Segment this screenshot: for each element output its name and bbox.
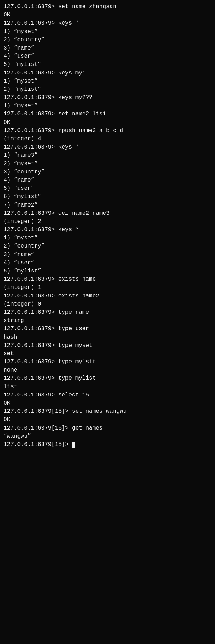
prompt-line: 127.0.0.1:6379> keys * (4, 19, 211, 27)
output-line: (integer) 0 (4, 300, 211, 308)
output-line: 1) “myset” (4, 77, 211, 85)
output-line: set (4, 350, 211, 358)
prompt-line: 127.0.0.1:6379> type name (4, 308, 211, 317)
output-line: 4) “user” (4, 259, 211, 267)
output-line: 5) “mylist” (4, 61, 211, 69)
output-line: none (4, 366, 211, 374)
prompt-text: 127.0.0.1:6379[15]> (4, 441, 72, 448)
output-line: 1) “myset” (4, 28, 211, 36)
prompt-line: 127.0.0.1:6379[15]> set names wangwu (4, 407, 211, 416)
output-line: list (4, 383, 211, 391)
prompt-line: 127.0.0.1:6379> type mylsit (4, 358, 211, 366)
prompt-line: 127.0.0.1:6379> type mylist (4, 374, 211, 383)
output-line: 5) “mylist” (4, 267, 211, 275)
prompt-line: 127.0.0.1:6379> exists name (4, 275, 211, 284)
output-line: hash (4, 333, 211, 342)
output-line: OK (4, 416, 211, 424)
cursor (72, 442, 75, 448)
prompt-line: 127.0.0.1:6379> keys my??? (4, 94, 211, 102)
prompt-line: 127.0.0.1:6379> keys * (4, 226, 211, 234)
prompt-line: 127.0.0.1:6379> type user (4, 325, 211, 333)
prompt-line: 127.0.0.1:6379> keys * (4, 143, 211, 151)
terminal-window: 127.0.0.1:6379> set name zhangsanOK127.0… (4, 3, 211, 449)
output-line: 1) “myset” (4, 234, 211, 242)
output-line: 3) “name” (4, 44, 211, 52)
prompt-line: 127.0.0.1:6379> select 15 (4, 391, 211, 399)
prompt-line: 127.0.0.1:6379> exists name2 (4, 292, 211, 300)
output-line: string (4, 317, 211, 325)
output-line: OK (4, 119, 211, 127)
current-prompt-line: 127.0.0.1:6379[15]> (4, 441, 211, 449)
output-line: 3) “country” (4, 168, 211, 176)
output-line: 5) “user” (4, 185, 211, 193)
prompt-line: 127.0.0.1:6379> set name2 lisi (4, 110, 211, 118)
prompt-line: 127.0.0.1:6379> rpush name3 a b c d (4, 127, 211, 135)
output-line: 4) “name” (4, 176, 211, 185)
output-line: 2) “country” (4, 36, 211, 44)
output-line: 1) “myset” (4, 102, 211, 110)
prompt-line: 127.0.0.1:6379> set name zhangsan (4, 3, 211, 11)
output-line: “wangwu” (4, 432, 211, 441)
output-line: OK (4, 399, 211, 407)
output-line: 7) “name2” (4, 201, 211, 209)
prompt-line: 127.0.0.1:6379> del name2 name3 (4, 209, 211, 218)
output-line: (integer) 1 (4, 284, 211, 292)
output-line: 2) “mylist” (4, 85, 211, 94)
prompt-line: 127.0.0.1:6379[15]> get names (4, 424, 211, 432)
output-line: 1) “name3” (4, 151, 211, 160)
output-line: 6) “mylist” (4, 193, 211, 201)
output-line: (integer) 4 (4, 135, 211, 143)
prompt-line: 127.0.0.1:6379> keys my* (4, 69, 211, 77)
prompt-line: 127.0.0.1:6379> type myset (4, 342, 211, 350)
output-line: 3) “name” (4, 251, 211, 259)
output-line: 2) “myset” (4, 160, 211, 168)
output-line: 2) “country” (4, 242, 211, 250)
output-line: OK (4, 11, 211, 19)
output-line: 4) “user” (4, 52, 211, 61)
output-line: (integer) 2 (4, 218, 211, 226)
